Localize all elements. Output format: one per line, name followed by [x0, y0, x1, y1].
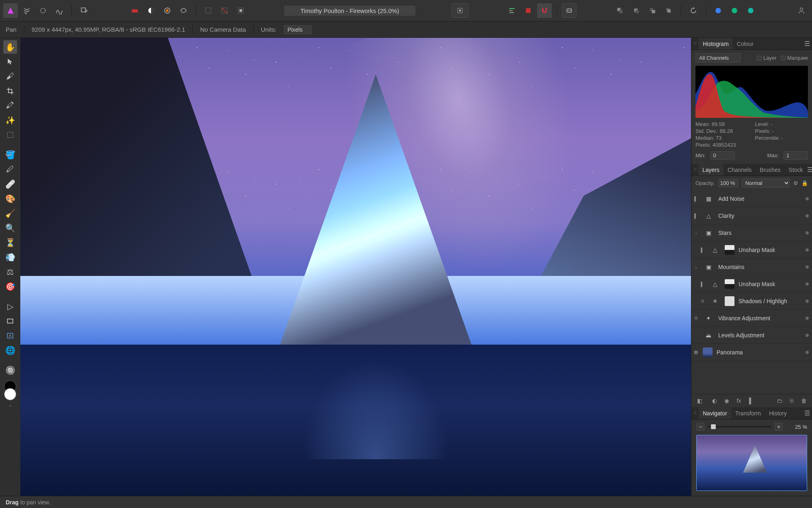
snapping-icon[interactable] [537, 3, 552, 18]
arrange-forward-icon[interactable] [645, 3, 660, 18]
color-picker-tool-icon[interactable]: 🔘 [3, 363, 17, 377]
checker-icon[interactable]: ▩ [693, 350, 699, 355]
canvas-viewport[interactable] [20, 38, 691, 496]
blend-mode-select[interactable]: Normal [742, 178, 790, 188]
tab-navigator[interactable]: Navigator [699, 407, 731, 419]
navigator-thumbnail[interactable] [696, 435, 807, 491]
opacity-input[interactable] [718, 179, 739, 187]
layer-row[interactable]: ▌ △ Unsharp Mask [691, 276, 812, 293]
layer-row[interactable]: ⌄ ▣ Mountains [691, 258, 812, 276]
live-filter-icon[interactable]: ◉ [723, 397, 731, 405]
units-select[interactable]: Pixels [284, 25, 312, 34]
force-pixel-align-icon[interactable] [521, 3, 536, 18]
expand-icon[interactable]: ▌ [693, 213, 699, 218]
delete-layer-icon[interactable]: 🗑 [800, 397, 808, 405]
document-title[interactable]: Timothy Poulton - Fireworks (25.0%) [284, 6, 415, 16]
healing-brush-tool-icon[interactable]: 🩹 [3, 177, 17, 191]
zoom-tool-icon[interactable]: 🔍 [3, 221, 17, 234]
gradient-tool-icon[interactable]: 🖊 [3, 163, 17, 176]
pan-tool-icon[interactable]: ✋ [3, 40, 17, 54]
flood-fill-tool-icon[interactable]: 🪣 [3, 148, 17, 161]
panel-menu-icon[interactable]: ☰ [807, 166, 812, 174]
marquee-tool-icon[interactable] [3, 128, 17, 141]
zoom-out-button[interactable]: − [696, 423, 704, 431]
persona-develop-icon[interactable] [36, 3, 50, 18]
swap-colors-icon[interactable]: ⌄ [9, 402, 12, 408]
layer-checkbox[interactable]: Layer [757, 55, 777, 61]
visibility-toggle[interactable] [806, 300, 809, 303]
max-input[interactable] [784, 151, 808, 160]
layer-row[interactable]: ⊘ ☀ Shadows / Highligh [691, 293, 812, 310]
crop-tool-icon[interactable] [3, 84, 17, 98]
zoom-value[interactable]: 25 % [786, 424, 807, 430]
tab-channels[interactable]: Channels [723, 164, 756, 176]
mesh-warp-tool-icon[interactable]: ⚖ [3, 265, 17, 278]
selection-brush-tool-icon[interactable]: ✨ [3, 113, 17, 127]
panel-menu-icon[interactable]: ☰ [802, 40, 812, 48]
link-icon[interactable]: ⊘ [700, 298, 705, 304]
visibility-toggle[interactable] [806, 197, 809, 200]
mask-layer-icon[interactable]: ◧ [695, 397, 704, 405]
zoom-in-button[interactable]: + [775, 423, 783, 431]
cog-icon[interactable]: ⚙ [793, 180, 798, 186]
rotate-icon[interactable] [686, 3, 701, 18]
assistant-icon[interactable] [562, 3, 577, 18]
eraser-tool-icon[interactable]: 🧹 [3, 206, 17, 220]
layer-row[interactable]: ▌ ▦ Add Noise [691, 190, 812, 207]
visibility-toggle[interactable] [806, 231, 809, 234]
layer-row[interactable]: ▩ Panorama [691, 344, 812, 361]
expand-icon[interactable]: ▌ [693, 196, 699, 201]
select-all-icon[interactable] [201, 3, 216, 18]
brush-tool-icon[interactable]: 🖌 [3, 69, 17, 83]
perspective-tool-icon[interactable]: 🌐 [3, 343, 17, 357]
panel-drag-handle-icon[interactable]: ⠿ [694, 41, 697, 46]
align-options-icon[interactable] [505, 3, 519, 18]
deselect-icon[interactable] [217, 3, 232, 18]
tab-brushes[interactable]: Brushes [756, 164, 784, 176]
channels-view-icon[interactable] [176, 3, 191, 18]
arrange-backward-icon[interactable] [629, 3, 644, 18]
tab-transform[interactable]: Transform [731, 407, 765, 419]
group-layers-icon[interactable]: 🗀 [775, 397, 784, 405]
visibility-toggle[interactable] [806, 351, 809, 354]
clone-tool-icon[interactable]: 🎨 [3, 192, 17, 205]
account-icon[interactable] [794, 3, 809, 18]
crop-thirds-icon[interactable] [451, 3, 469, 18]
arrange-front-icon[interactable] [661, 3, 676, 18]
node-tool-icon[interactable]: ▷ [3, 300, 17, 313]
collapse-icon[interactable]: ⌄ [693, 230, 699, 235]
visibility-toggle[interactable] [806, 317, 809, 320]
red-eye-tool-icon[interactable]: 🎯 [3, 280, 17, 293]
target-teal-icon[interactable] [743, 3, 758, 18]
tab-history[interactable]: History [765, 407, 791, 419]
adjustment-icon[interactable]: ◐ [710, 397, 719, 405]
dodge-tool-icon[interactable]: ⏳ [3, 236, 17, 249]
export-persona-icon[interactable] [77, 3, 91, 18]
panel-menu-icon[interactable]: ☰ [802, 409, 812, 417]
rectangle-tool-icon[interactable] [3, 314, 17, 328]
visibility-toggle[interactable] [806, 282, 809, 286]
half-circle-icon[interactable] [144, 3, 158, 18]
target-green-icon[interactable] [727, 3, 742, 18]
fx-icon[interactable]: fx [735, 397, 743, 405]
tab-layers[interactable]: Layers [698, 164, 723, 176]
persona-tonemap-icon[interactable] [52, 3, 67, 18]
paint-brush-tool-icon[interactable]: 🖍 [3, 99, 17, 112]
marquee-checkbox[interactable]: Marquee [781, 55, 808, 61]
lock-icon[interactable]: 🔒 [801, 180, 808, 186]
min-input[interactable] [710, 151, 735, 160]
text-tool-icon[interactable]: A [3, 329, 17, 342]
panel-drag-handle-icon[interactable]: ⠿ [694, 167, 697, 172]
layer-row[interactable]: ⌄ ▣ Stars [691, 224, 812, 241]
persona-liquify-icon[interactable] [19, 3, 34, 18]
add-layer-icon[interactable]: ⎘ [788, 397, 796, 405]
expand-icon[interactable]: ▌ [700, 282, 705, 287]
quick-mask-icon[interactable] [127, 3, 142, 18]
persona-photo-icon[interactable] [3, 3, 18, 18]
arrange-back-icon[interactable] [613, 3, 627, 18]
crop-to-canvas-icon[interactable]: ▌ [747, 397, 755, 405]
invert-selection-icon[interactable] [233, 3, 248, 18]
color-wheel-icon[interactable] [160, 3, 175, 18]
zoom-slider[interactable] [708, 426, 771, 428]
histogram-channel-select[interactable]: All Channels [695, 53, 741, 63]
